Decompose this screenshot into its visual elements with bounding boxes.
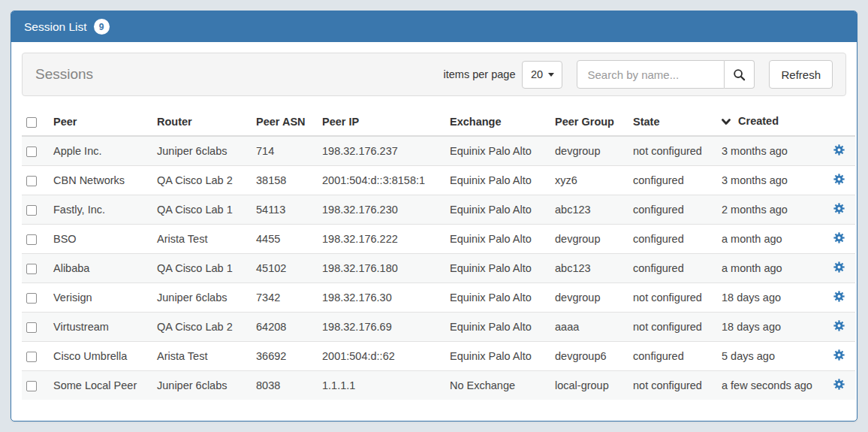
cell-peer-group: abc123 [549,254,627,283]
cell-actions [822,195,855,225]
cell-peer-ip: 198.32.176.230 [316,195,444,225]
search-input[interactable] [577,60,725,89]
header-peer-asn[interactable]: Peer ASN [250,107,316,136]
header-state[interactable]: State [627,107,716,136]
cell-state: not configured [627,313,716,342]
cell-peer: Fastly, Inc. [47,195,151,225]
cell-select [22,254,47,283]
cell-exchange: Equinix Palo Alto [444,342,549,371]
row-checkbox[interactable] [26,234,37,245]
cell-created: 18 days ago [716,313,822,342]
cell-select [22,342,47,371]
cell-state: configured [627,225,716,254]
cell-created: 2 months ago [716,195,822,225]
cell-created: a month ago [716,225,822,254]
gear-icon[interactable] [833,174,845,185]
cell-state: configured [627,195,716,225]
search-button[interactable] [725,60,755,89]
cell-peer-group: local-group [549,371,627,400]
header-peer[interactable]: Peer [47,107,151,136]
table-header-row: Peer Router Peer ASN Peer IP Exchange Pe… [22,107,855,136]
caret-down-icon [548,73,554,77]
row-checkbox[interactable] [26,147,37,157]
header-peer-ip[interactable]: Peer IP [316,107,444,136]
select-all-checkbox[interactable] [26,117,37,128]
magnifier-icon [733,68,746,81]
header-router[interactable]: Router [151,107,250,136]
cell-peer-ip: 2001:504:d::3:8158:1 [316,166,444,195]
header-actions [822,107,855,136]
cell-exchange: Equinix Palo Alto [444,136,549,166]
cell-select [22,283,47,313]
cell-peer: Verisign [47,283,151,313]
cell-peer-asn: 38158 [250,166,316,195]
cell-exchange: Equinix Palo Alto [444,166,549,195]
header-peer-group[interactable]: Peer Group [549,107,627,136]
session-list-panel: Session List 9 Sessions items per page 2… [11,11,857,421]
session-table: Peer Router Peer ASN Peer IP Exchange Pe… [22,107,855,400]
sessions-toolbar: Sessions items per page 20 Refr [22,53,846,96]
cell-peer-ip: 198.32.176.222 [316,225,444,254]
cell-created: 3 months ago [716,136,822,166]
cell-peer-ip: 198.32.176.69 [316,313,444,342]
cell-peer-asn: 4455 [250,225,316,254]
table-row: Cisco UmbrellaArista Test366922001:504:d… [22,342,855,371]
gear-icon[interactable] [833,320,845,331]
cell-state: not configured [627,283,716,313]
cell-router: Juniper 6clabs [151,136,250,166]
cell-peer-ip: 2001:504:d::62 [316,342,444,371]
cell-router: Juniper 6clabs [151,283,250,313]
row-checkbox[interactable] [26,352,37,362]
search-group [577,60,755,89]
session-count-badge: 9 [94,19,110,35]
cell-exchange: No Exchange [444,371,549,400]
cell-created: 5 days ago [716,342,822,371]
cell-peer: Cisco Umbrella [47,342,151,371]
table-row: Apple Inc.Juniper 6clabs714198.32.176.23… [22,136,855,166]
gear-icon[interactable] [833,379,845,390]
cell-created: 18 days ago [716,283,822,313]
header-created[interactable]: Created [716,107,822,136]
refresh-button[interactable]: Refresh [769,60,833,89]
gear-icon[interactable] [833,291,845,302]
cell-state: not configured [627,371,716,400]
cell-select [22,225,47,254]
cell-peer-asn: 36692 [250,342,316,371]
row-checkbox[interactable] [26,176,37,186]
cell-select [22,313,47,342]
cell-state: configured [627,166,716,195]
header-select-all [22,107,47,136]
cell-peer-group: xyz6 [549,166,627,195]
row-checkbox[interactable] [26,264,37,274]
cell-router: Arista Test [151,225,250,254]
cell-peer-ip: 1.1.1.1 [316,371,444,400]
cell-actions [822,313,855,342]
panel-title: Session List [24,20,87,34]
cell-peer: Apple Inc. [47,136,151,166]
cell-actions [822,136,855,166]
cell-select [22,371,47,400]
cell-exchange: Equinix Palo Alto [444,254,549,283]
cell-peer-asn: 54113 [250,195,316,225]
cell-peer-asn: 7342 [250,283,316,313]
table-row: VerisignJuniper 6clabs7342198.32.176.30E… [22,283,855,313]
row-checkbox[interactable] [26,293,37,304]
cell-peer-ip: 198.32.176.180 [316,254,444,283]
items-per-page-select[interactable]: 20 [522,61,562,89]
table-row: Some Local PeerJuniper 6clabs80381.1.1.1… [22,371,855,400]
cell-created: a few seconds ago [716,371,822,400]
cell-router: QA Cisco Lab 1 [151,254,250,283]
session-table-body: Apple Inc.Juniper 6clabs714198.32.176.23… [22,136,855,400]
table-row: Fastly, Inc.QA Cisco Lab 154113198.32.17… [22,195,855,225]
gear-icon[interactable] [833,203,845,214]
row-checkbox[interactable] [26,205,37,216]
gear-icon[interactable] [833,232,845,243]
gear-icon[interactable] [833,144,845,156]
header-exchange[interactable]: Exchange [444,107,549,136]
cell-peer-asn: 8038 [250,371,316,400]
gear-icon[interactable] [833,261,845,273]
gear-icon[interactable] [833,349,845,361]
row-checkbox[interactable] [26,322,37,333]
cell-peer-group: devgroup6 [549,342,627,371]
row-checkbox[interactable] [26,381,37,391]
